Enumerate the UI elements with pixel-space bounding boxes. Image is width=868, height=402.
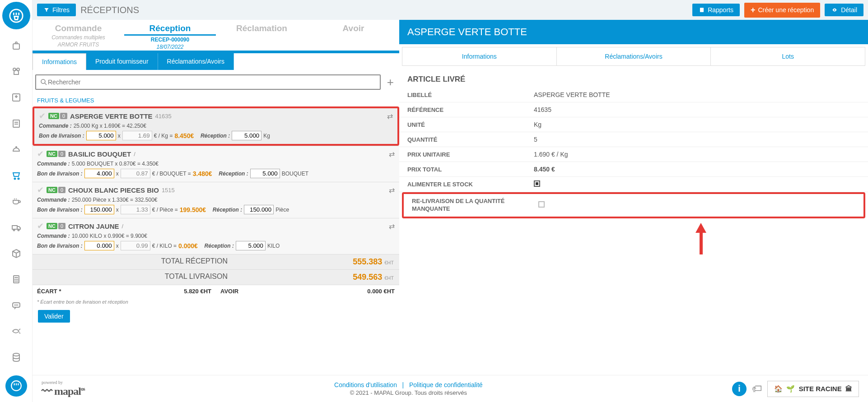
delivery-price-input[interactable] [121,169,150,178]
delivery-price-input[interactable] [121,205,150,214]
database-icon[interactable] [8,349,24,365]
terms-link[interactable]: Conditions d'utilisation [334,381,397,388]
swap-icon[interactable]: ⇄ [389,222,395,231]
list-item[interactable]: ✔ NC0 ASPERGE VERTE BOTTE 41635 ⇄ Comman… [33,106,399,146]
boxes-icon[interactable] [8,245,24,262]
building-icon: 🏛 [845,385,852,393]
redelivery-checkbox[interactable] [538,201,545,208]
avoir-value: 0.000 €HT [367,288,395,295]
total-reception-label: TOTAL RÉCEPTION [33,254,231,269]
section-article-livre: ARTICLE LIVRÉ [399,69,868,88]
detail-button[interactable]: Détail [825,4,863,16]
svg-point-28 [16,305,16,305]
tag-icon[interactable]: 🏷 [752,383,762,395]
delivery-price-input[interactable] [121,241,150,250]
field-unite: Kg [534,121,860,128]
list-item[interactable]: ✔ NC0 BASILIC BOUQUET / ⇄ Commande :5.00… [33,146,399,182]
svg-point-21 [16,279,16,280]
list-item[interactable]: ✔ NC0 CHOUX BLANC PIECES BIO 1515 ⇄ Comm… [33,182,399,218]
heart-list-icon[interactable] [8,89,24,106]
subtabs: Informations Produit fournisseur Réclama… [33,53,399,70]
count-badge: 0 [58,223,65,229]
svg-point-29 [17,305,18,305]
stock-checkbox[interactable] [534,180,540,187]
reports-button[interactable]: Rapports [692,4,740,16]
coffee-icon[interactable] [8,194,24,210]
chef-hat-icon[interactable] [8,64,24,80]
subtab-claims[interactable]: Réclamations/Avoirs [158,53,234,70]
tab-reception[interactable]: Réception RECEP-000090 18/07/2022 [124,20,216,51]
app-logo[interactable] [2,2,30,29]
field-prix-total: 8.450 € [534,166,860,173]
privacy-link[interactable]: Politique de confidentialité [409,381,483,388]
svg-point-33 [834,9,835,11]
total-reception-value: 555.383 €HT [231,254,399,269]
tab-order[interactable]: Commande Commandes multiples ARMOR FRUIT… [33,20,124,51]
ecart-label: ÉCART * [37,288,61,295]
calculator-icon[interactable] [8,271,24,287]
delivery-qty-input[interactable] [84,205,114,214]
subtab-informations[interactable]: Informations [33,53,86,70]
svg-point-13 [13,229,14,231]
reception-qty-input[interactable] [232,131,261,140]
fish-icon[interactable] [8,323,24,339]
item-code: / [122,223,124,230]
seedling-icon: 🌱 [786,385,795,393]
site-button[interactable]: 🏠 🌱 SITE RACINE 🏛 [767,381,859,397]
svg-point-22 [17,279,18,280]
item-code: 41635 [155,113,172,120]
add-item-button[interactable]: + [384,75,397,89]
info-icon[interactable]: i [732,382,747,396]
brand-logo: powered by 〰 mapalos [42,380,85,397]
swap-icon[interactable]: ⇄ [389,150,395,158]
detail-title: ASPERGE VERTE BOTTE [399,20,868,44]
filters-button[interactable]: Filtres [37,4,76,16]
nc-badge: NC [47,223,57,229]
reception-qty-input[interactable] [244,205,274,214]
item-name: ASPERGE VERTE BOTTE [70,112,153,120]
reception-qty-input[interactable] [236,241,266,250]
check-icon: ✔ [37,221,44,231]
footer: powered by 〰 mapalos Conditions d'utilis… [33,375,868,402]
svg-line-16 [16,251,20,253]
delivery-qty-input[interactable] [84,241,114,250]
validate-button[interactable]: Valider [38,310,70,323]
delivery-qty-input[interactable] [84,169,114,178]
delivery-qty-input[interactable] [86,131,116,140]
delivery-price-input[interactable] [122,131,152,140]
search-input[interactable] [48,79,376,86]
search-box[interactable] [35,74,381,90]
check-icon: ✔ [37,149,44,159]
swap-icon[interactable]: ⇄ [389,186,395,194]
list-item[interactable]: ✔ NC0 CITRON JAUNE / ⇄ Commande :10.000 … [33,218,399,254]
rtab-claims[interactable]: Réclamations/Avoirs [557,47,711,65]
cart-icon[interactable] [8,167,24,184]
swap-icon[interactable]: ⇄ [387,112,393,120]
create-reception-button[interactable]: + Créer une réception [744,3,820,18]
field-prix-unitaire: 1.690 € / Kg [534,151,860,158]
reception-qty-input[interactable] [250,169,280,178]
subtab-supplier-product[interactable]: Produit fournisseur [86,53,158,70]
field-libelle: ASPERGE VERTE BOTTE [534,91,860,98]
category-fruits-legumes[interactable]: FRUITS & LEGUMES [33,94,399,106]
document-icon[interactable] [8,116,24,132]
cloche-icon[interactable] [8,142,24,158]
check-icon: ✔ [39,111,46,121]
tab-claim[interactable]: Réclamation [216,20,308,51]
item-code: / [134,151,135,157]
tab-credit[interactable]: Avoir [308,20,399,51]
chat-icon[interactable] [8,297,24,314]
item-list: ✔ NC0 ASPERGE VERTE BOTTE 41635 ⇄ Comman… [33,106,399,254]
help-icon[interactable] [5,375,27,397]
rtab-lots[interactable]: Lots [711,47,865,65]
truck-icon[interactable] [8,219,24,236]
page-title: RÉCEPTIONS [80,5,139,15]
svg-rect-12 [12,226,17,229]
weight-icon[interactable] [8,37,24,54]
total-delivery-value: 549.563 €HT [231,270,399,285]
svg-point-31 [11,381,21,391]
svg-point-24 [16,281,16,282]
ecart-value: 5.820 €HT [184,288,211,295]
rtab-informations[interactable]: Informations [402,47,557,65]
svg-point-4 [17,68,19,71]
